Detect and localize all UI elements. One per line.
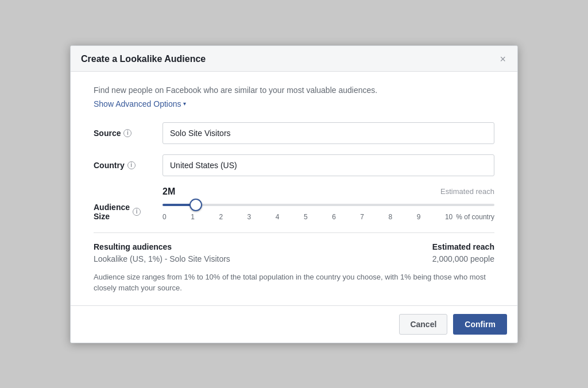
audience-size-label: AudienceSize i [94, 187, 163, 221]
slider-thumb[interactable] [189, 199, 202, 211]
resulting-audiences-col: Resulting audiences Lookalike (US, 1%) -… [94, 242, 230, 263]
close-button[interactable]: × [498, 54, 507, 64]
estimated-reach-heading: Estimated reach [432, 242, 494, 251]
mark-0: 0 [163, 213, 167, 221]
source-input[interactable] [163, 122, 494, 144]
mark-7: 7 [360, 213, 364, 221]
mark-2: 2 [219, 213, 223, 221]
estimated-reach-value: 2,000,000 people [432, 254, 494, 263]
mark-5: 5 [304, 213, 308, 221]
modal-overlay: Create a Lookalike Audience × Find new p… [0, 0, 588, 388]
mark-6: 6 [332, 213, 336, 221]
estimated-reach-col: Estimated reach 2,000,000 people [432, 242, 494, 263]
advanced-options-label: Show Advanced Options [94, 99, 181, 108]
mark-4: 4 [276, 213, 280, 221]
slider-marks: 0 1 2 3 4 5 6 7 8 9 10 % of [163, 213, 494, 221]
chevron-down-icon: ▾ [183, 100, 186, 107]
slider-track [163, 204, 494, 206]
description-text: Find new people on Facebook who are simi… [94, 86, 494, 95]
country-label: Country i [94, 161, 163, 170]
modal-title: Create a Lookalike Audience [81, 54, 206, 64]
modal-footer: Cancel Confirm [71, 305, 517, 343]
modal-dialog: Create a Lookalike Audience × Find new p… [70, 45, 518, 343]
percent-label: % of country [456, 213, 494, 221]
source-info-icon: i [123, 129, 131, 137]
resulting-audiences-heading: Resulting audiences [94, 242, 230, 251]
advanced-options-link[interactable]: Show Advanced Options▾ [94, 99, 186, 108]
mark-1: 1 [191, 213, 195, 221]
cancel-button[interactable]: Cancel [399, 314, 447, 335]
modal-body: Find new people on Facebook who are simi… [71, 72, 517, 305]
note-text: Audience size ranges from 1% to 10% of t… [94, 271, 494, 294]
audience-size-section: AudienceSize i 2M Estimated reach [94, 187, 494, 221]
mark-8: 8 [389, 213, 393, 221]
country-info-icon: i [127, 161, 136, 169]
mark-3: 3 [247, 213, 252, 221]
audience-size-label-row: AudienceSize i 2M Estimated reach [94, 187, 494, 221]
size-value: 2M [163, 187, 175, 197]
source-row: Source i [94, 122, 494, 144]
size-value-row: 2M Estimated reach [163, 187, 494, 197]
country-row: Country i [94, 154, 494, 176]
country-input[interactable] [163, 154, 494, 176]
slider-container[interactable] [163, 204, 494, 206]
audience-size-info-icon: i [133, 208, 141, 216]
mark-10-percent: 10 % of country [445, 213, 494, 221]
source-label: Source i [94, 129, 163, 138]
mark-9: 9 [417, 213, 421, 221]
resulting-audiences-value: Lookalike (US, 1%) - Solo Site Visitors [94, 254, 230, 263]
divider [94, 232, 494, 233]
results-section: Resulting audiences Lookalike (US, 1%) -… [94, 242, 494, 263]
estimated-reach-label: Estimated reach [440, 187, 494, 196]
audience-size-control: 2M Estimated reach 0 1 2 [163, 187, 494, 221]
confirm-button[interactable]: Confirm [453, 314, 507, 335]
mark-10: 10 [445, 213, 452, 221]
modal-header: Create a Lookalike Audience × [71, 46, 517, 72]
